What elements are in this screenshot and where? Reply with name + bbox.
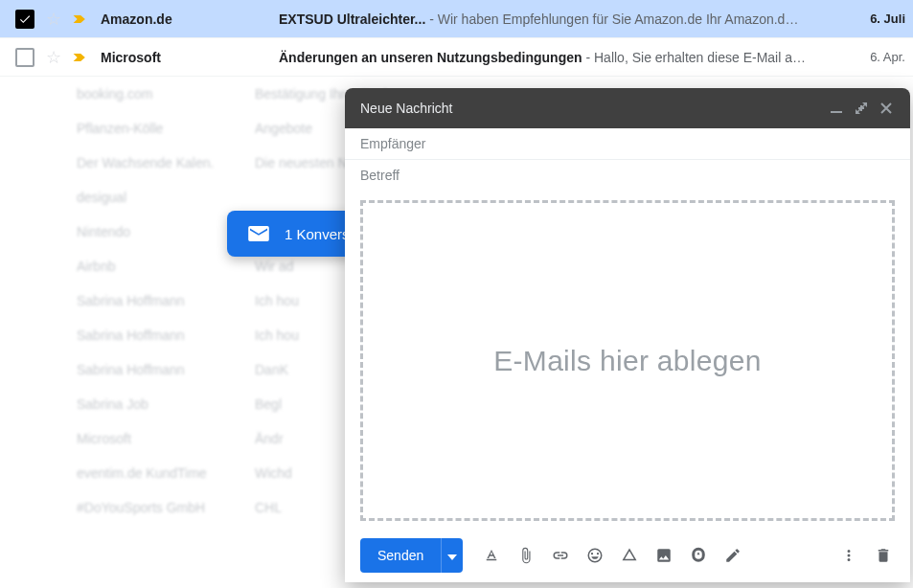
email-row[interactable]: ☆ Amazon.de EXTSUD Ultraleichter... - Wi… bbox=[0, 0, 913, 38]
important-icon[interactable] bbox=[73, 51, 86, 64]
close-icon[interactable] bbox=[874, 96, 899, 121]
drop-zone[interactable]: E-Mails hier ablegen bbox=[360, 200, 895, 521]
link-icon[interactable] bbox=[545, 540, 576, 571]
email-subject: Änderungen an unseren Nutzungsbedingunge… bbox=[279, 50, 857, 65]
compose-header[interactable]: Neue Nachricht bbox=[345, 88, 910, 128]
email-date: 6. Apr. bbox=[857, 50, 905, 64]
emoji-icon[interactable] bbox=[580, 540, 610, 571]
mail-icon bbox=[248, 225, 269, 242]
recipients-field[interactable]: Empfänger bbox=[345, 128, 910, 160]
more-icon[interactable] bbox=[833, 540, 864, 571]
svg-rect-0 bbox=[831, 111, 842, 113]
send-more-icon[interactable] bbox=[441, 538, 463, 573]
image-icon[interactable] bbox=[649, 540, 679, 571]
fullscreen-icon[interactable] bbox=[849, 96, 874, 121]
email-row[interactable]: ☆ Microsoft Änderungen an unseren Nutzun… bbox=[0, 38, 913, 77]
compose-window: Neue Nachricht Empfänger Betreff E-Mails… bbox=[345, 88, 910, 582]
email-subject: EXTSUD Ultraleichter... - Wir haben Empf… bbox=[279, 11, 857, 27]
email-date: 6. Juli bbox=[857, 11, 905, 26]
pen-icon[interactable] bbox=[718, 540, 748, 571]
email-sender: Amazon.de bbox=[101, 11, 279, 27]
trash-icon[interactable] bbox=[868, 540, 899, 571]
star-icon[interactable]: ☆ bbox=[44, 9, 63, 30]
attach-icon[interactable] bbox=[511, 540, 541, 571]
format-icon[interactable] bbox=[476, 540, 507, 571]
email-sender: Microsoft bbox=[101, 50, 279, 65]
important-icon[interactable] bbox=[73, 12, 86, 26]
compose-toolbar: Senden bbox=[345, 529, 910, 582]
confidential-icon[interactable] bbox=[683, 540, 714, 571]
email-list: ☆ Amazon.de EXTSUD Ultraleichter... - Wi… bbox=[0, 0, 913, 77]
checkbox[interactable] bbox=[15, 48, 34, 67]
send-button-label: Senden bbox=[360, 539, 441, 572]
compose-title: Neue Nachricht bbox=[360, 101, 824, 116]
drop-zone-text: E-Mails hier ablegen bbox=[493, 345, 761, 377]
drive-icon[interactable] bbox=[614, 540, 645, 571]
subject-field[interactable]: Betreff bbox=[345, 160, 910, 191]
checkbox[interactable] bbox=[15, 10, 34, 29]
star-icon[interactable]: ☆ bbox=[44, 47, 63, 68]
minimize-icon[interactable] bbox=[824, 96, 849, 121]
send-button[interactable]: Senden bbox=[360, 538, 463, 573]
